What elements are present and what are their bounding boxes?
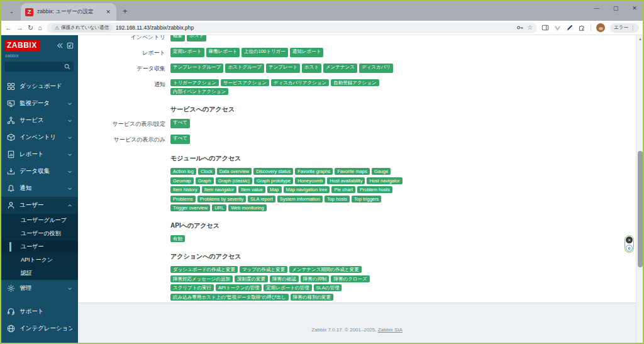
sidebar-item[interactable]: 監視データ [0, 95, 78, 112]
sidebar-logo-row: ZABBIX [4, 40, 74, 51]
permission-badge: Pie chart [331, 186, 355, 193]
permission-badge: Host availability [327, 177, 365, 184]
permission-badge: ディスカバリアクション [271, 79, 329, 86]
permission-badge: Item history [170, 186, 200, 193]
sidebar-item[interactable]: サポート [0, 303, 78, 320]
permission-row: レポート定期レポート稼働レポート上位の100トリガー通知レポート [78, 48, 636, 57]
puzzle-extensions-icon[interactable] [578, 24, 586, 31]
key-icon[interactable] [516, 24, 524, 31]
overlay-close-icon[interactable]: ✕ [626, 236, 633, 243]
profile-avatar[interactable] [596, 23, 605, 32]
permission-badge: Item value [238, 186, 265, 193]
permission-badge: すべて [170, 135, 190, 144]
sidebar-subitem[interactable]: ユーザーグループ [0, 214, 78, 227]
zabbix-sia-link[interactable]: Zabbix SIA [378, 327, 402, 333]
scrollbar-up-icon[interactable]: ▲ [636, 37, 644, 41]
permission-badge: Favorite graphs [295, 168, 333, 175]
scrollbar-thumb[interactable] [638, 151, 643, 267]
url-text[interactable]: 192.168.11.43/zabbix/zabbix.php [116, 25, 513, 31]
chevron-down-icon [67, 152, 72, 157]
tab-close-icon[interactable]: ✕ [104, 9, 112, 15]
permission-badge: 通知レポート [290, 48, 324, 57]
tab-search-button[interactable]: ⌄ [6, 6, 17, 16]
back-icon[interactable]: ← [5, 25, 12, 31]
permission-badge: すべて [170, 119, 190, 128]
pen-extension-icon[interactable] [566, 25, 573, 31]
collapse-sidebar-icon[interactable] [57, 42, 64, 49]
permission-row: 通知トリガーアクションサービスアクションディスカバリアクション自動登録アクション… [78, 79, 636, 95]
dashboard-icon [7, 82, 15, 91]
sidebar-search[interactable] [4, 62, 74, 72]
home-icon[interactable]: ⌂ [38, 25, 42, 31]
permission-badge: ダッシュボードの作成と変更 [170, 266, 238, 273]
browser-tab[interactable]: Z zabbix: ユーザーの設定 ✕ [21, 3, 116, 21]
sidebar-item[interactable]: インテグレーション [0, 320, 78, 337]
page-scrollbar[interactable]: ▲ [636, 35, 644, 344]
badge-group: ダッシュボードの作成と変更マップの作成と変更メンテナンス期間の作成と変更障害対応… [170, 266, 404, 301]
bookmark-star-icon[interactable]: ☆ [527, 25, 533, 31]
sidebar-item-label: 監視データ [19, 99, 63, 108]
extension-overlay: ✕ e [625, 235, 634, 253]
permission-badge: 読み込み専用ホスト上の"監視データ取得"の呼び出し [170, 294, 289, 301]
permission-badge: テンプレートグループ [170, 64, 223, 73]
address-bar[interactable]: ⚠ 保護されていない通信 192.168.11.43/zabbix/zabbix… [47, 23, 537, 33]
permission-badge: 障害のクローズ [331, 275, 369, 282]
chevron-up-icon [67, 203, 72, 208]
sidebar-subitem[interactable]: APIトークン [0, 253, 78, 267]
sidebar-subitem[interactable]: ユーザーの役割 [0, 227, 78, 240]
browser-toolbar: ← → ↻ ⌂ ⚠ 保護されていない通信 192.168.11.43/zabbi… [0, 21, 644, 35]
permission-badge: Web monitoring [228, 204, 266, 211]
permission-badge: Data overview [217, 168, 252, 175]
sidebar-submenu: ユーザーグループユーザーの役割ユーザーAPIトークン認証 [0, 214, 78, 280]
sidebar-item[interactable]: ユーザー [0, 197, 78, 214]
permission-badge: Map navigation tree [284, 186, 330, 193]
new-tab-button[interactable]: + [123, 6, 128, 16]
permission-badge: 稼働レポート [206, 48, 240, 57]
toolbar-extensions: エラー ⋮ [541, 23, 639, 33]
chevron-down-icon [67, 135, 72, 140]
sidebar-item[interactable]: 管理 [0, 280, 78, 297]
main-content: インベントリ概要ホストレポート定期レポート稼働レポート上位の100トリガー通知レ… [78, 35, 636, 344]
zabbix-sidebar: ZABBIX zabbix ダッシュボード監視データサービスインベントリレポート… [0, 35, 78, 344]
permission-badge: 定期レポート [170, 48, 204, 57]
row-label: 通知 [78, 79, 165, 95]
sidebar-item-label: レポート [19, 150, 63, 158]
sidebar-item[interactable]: サービス [0, 112, 78, 129]
sidebar-item[interactable]: データ収集 [0, 163, 78, 180]
sidebar-item-label: サポート [19, 308, 72, 316]
security-chip[interactable]: ⚠ 保護されていない通信 [51, 24, 113, 32]
forward-icon[interactable]: → [16, 25, 23, 31]
permission-badge: 上位の100トリガー [242, 48, 288, 57]
sidebar-item[interactable]: ダッシュボード [0, 78, 78, 95]
side-panel-icon[interactable] [541, 24, 549, 31]
sidebar-subitem-active[interactable]: ユーザー [0, 240, 78, 253]
reload-icon[interactable]: ↻ [28, 25, 33, 31]
sidebar-item[interactable]: インベントリ [0, 129, 78, 146]
zabbix-logo[interactable]: ZABBIX [4, 40, 40, 51]
sidebar-subitem[interactable]: 認証 [0, 267, 78, 280]
badge-group: トリガーアクションサービスアクションディスカバリアクション自動登録アクション内部… [170, 79, 404, 95]
permission-row: サービスの表示のみすべて [78, 135, 636, 144]
sidebar-item[interactable]: レポート [0, 146, 78, 163]
sidebar-search-input[interactable] [8, 64, 64, 70]
sidebar-item-label: インテグレーション [19, 325, 72, 333]
permission-badge: Graph prototype [254, 177, 293, 184]
permission-badge: Geomap [170, 177, 194, 184]
minimize-button[interactable]: — [587, 0, 606, 16]
sidebar-item-label: データ収集 [19, 167, 63, 175]
permission-badge: Problems by severity [197, 196, 247, 203]
browser-error-menu[interactable]: エラー ⋮ [610, 23, 639, 33]
close-button[interactable]: ✕ [625, 0, 644, 16]
permission-badge: メンテナンス期間の作成と変更 [289, 266, 361, 273]
extension-v-icon[interactable] [554, 25, 561, 31]
hide-sidebar-icon[interactable] [67, 42, 74, 49]
permission-badge: URL [212, 204, 226, 211]
maximize-button[interactable]: ▢ [606, 0, 625, 16]
overlay-extension-icon[interactable]: e [626, 245, 633, 252]
permission-badge: Problems [170, 196, 196, 203]
permission-badge: スクリプトの実行 [170, 284, 214, 291]
error-badge-label: エラー [614, 25, 628, 31]
permission-badge: マップの作成と変更 [240, 266, 287, 273]
sidebar-item[interactable]: 通知 [0, 180, 78, 197]
zabbix-favicon: Z [25, 8, 33, 16]
